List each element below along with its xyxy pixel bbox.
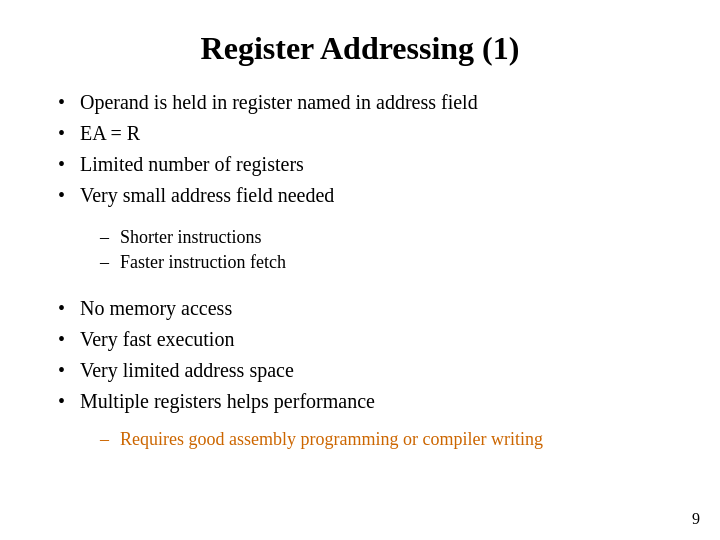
bullet-item-4: Very small address field needed [50,180,670,211]
bottom-bullet-item-1: No memory access [50,293,670,324]
orange-sub-list: Requires good assembly programming or co… [100,427,670,452]
bottom-bullet-item-3: Very limited address space [50,355,670,386]
bottom-bullet-item-4: Multiple registers helps performance [50,386,670,417]
sub-bullet-item-2: Faster instruction fetch [100,250,670,275]
bullet-item-2: EA = R [50,118,670,149]
page-number: 9 [692,510,700,528]
bullet-item-3: Limited number of registers [50,149,670,180]
bottom-bullet-item-2: Very fast execution [50,324,670,355]
sub-bullet-item-1: Shorter instructions [100,225,670,250]
bullet-item-1: Operand is held in register named in add… [50,87,670,118]
orange-sub-item-1: Requires good assembly programming or co… [100,427,670,452]
bottom-bullet-list: No memory access Very fast execution Ver… [50,293,670,417]
sub-bullet-list: Shorter instructions Faster instruction … [100,225,670,275]
top-bullet-list: Operand is held in register named in add… [50,87,670,211]
slide-title: Register Addressing (1) [50,30,670,67]
slide: Register Addressing (1) Operand is held … [0,0,720,540]
